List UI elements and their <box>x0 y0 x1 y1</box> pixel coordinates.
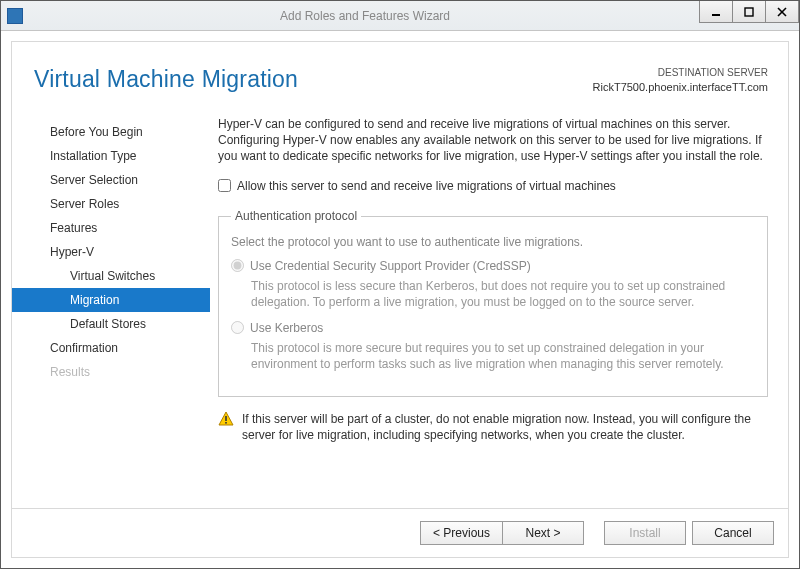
credssp-row: Use Credential Security Support Provider… <box>231 258 755 274</box>
wizard-nav: Before You Begin Installation Type Serve… <box>12 112 210 508</box>
nav-results: Results <box>12 360 210 384</box>
page-header: Virtual Machine Migration DESTINATION SE… <box>12 42 788 104</box>
credssp-radio <box>231 259 244 272</box>
destination-server-label: DESTINATION SERVER <box>593 66 768 80</box>
allow-migration-label: Allow this server to send and receive li… <box>237 178 616 194</box>
destination-server-value: RickT7500.phoenix.interfaceTT.com <box>593 80 768 94</box>
minimize-button[interactable] <box>699 1 733 23</box>
svg-rect-1 <box>745 8 753 16</box>
window-title: Add Roles and Features Wizard <box>31 9 699 23</box>
minimize-icon <box>711 7 721 17</box>
cluster-warning-text: If this server will be part of a cluster… <box>242 411 768 443</box>
nav-before-you-begin[interactable]: Before You Begin <box>12 120 210 144</box>
auth-protocol-legend: Authentication protocol <box>231 208 361 224</box>
kerberos-label: Use Kerberos <box>250 320 323 336</box>
kerberos-row: Use Kerberos <box>231 320 755 336</box>
svg-rect-5 <box>225 416 227 421</box>
maximize-button[interactable] <box>732 1 766 23</box>
auth-select-text: Select the protocol you want to use to a… <box>231 234 755 250</box>
cancel-button[interactable]: Cancel <box>692 521 774 545</box>
nav-hyper-v[interactable]: Hyper-V <box>12 240 210 264</box>
warning-icon <box>218 411 234 427</box>
nav-default-stores[interactable]: Default Stores <box>12 312 210 336</box>
allow-migration-checkbox[interactable] <box>218 179 231 192</box>
allow-migration-row[interactable]: Allow this server to send and receive li… <box>218 178 768 194</box>
next-button[interactable]: Next > <box>502 521 584 545</box>
svg-rect-0 <box>712 14 720 16</box>
nav-server-selection[interactable]: Server Selection <box>12 168 210 192</box>
nav-server-roles[interactable]: Server Roles <box>12 192 210 216</box>
previous-button[interactable]: < Previous <box>420 521 502 545</box>
svg-rect-6 <box>225 422 227 424</box>
auth-protocol-group: Authentication protocol Select the proto… <box>218 208 768 397</box>
kerberos-desc: This protocol is more secure but require… <box>251 340 755 372</box>
close-icon <box>777 7 787 17</box>
wizard-window: Add Roles and Features Wizard Virtual Ma… <box>0 0 800 569</box>
wizard-footer: < Previous Next > Install Cancel <box>12 508 788 557</box>
app-icon <box>7 8 23 24</box>
close-button[interactable] <box>765 1 799 23</box>
page-title: Virtual Machine Migration <box>34 66 298 94</box>
nav-installation-type[interactable]: Installation Type <box>12 144 210 168</box>
nav-migration[interactable]: Migration <box>12 288 210 312</box>
intro-text: Hyper-V can be configured to send and re… <box>218 116 768 164</box>
kerberos-radio <box>231 321 244 334</box>
maximize-icon <box>744 7 754 17</box>
nav-virtual-switches[interactable]: Virtual Switches <box>12 264 210 288</box>
install-button: Install <box>604 521 686 545</box>
page-content: Hyper-V can be configured to send and re… <box>210 112 788 508</box>
title-bar: Add Roles and Features Wizard <box>1 1 799 31</box>
credssp-desc: This protocol is less secure than Kerber… <box>251 278 755 310</box>
nav-features[interactable]: Features <box>12 216 210 240</box>
window-controls <box>699 1 799 30</box>
destination-server-box: DESTINATION SERVER RickT7500.phoenix.int… <box>593 66 768 94</box>
credssp-label: Use Credential Security Support Provider… <box>250 258 531 274</box>
cluster-warning: If this server will be part of a cluster… <box>218 411 768 443</box>
nav-confirmation[interactable]: Confirmation <box>12 336 210 360</box>
